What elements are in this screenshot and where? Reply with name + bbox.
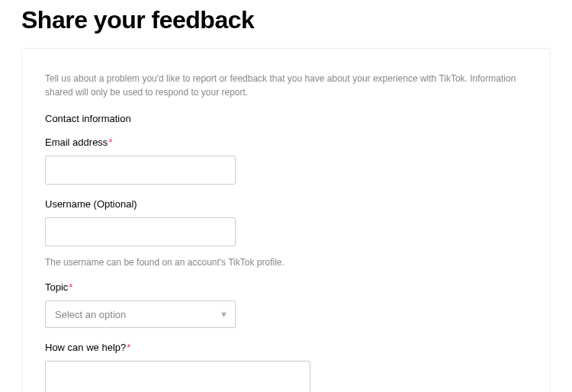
required-mark: * bbox=[108, 137, 112, 148]
feedback-form-card: Tell us about a problem you'd like to re… bbox=[21, 48, 551, 392]
topic-label-text: Topic bbox=[45, 281, 68, 293]
username-hint: The username can be found on an account'… bbox=[45, 257, 527, 268]
email-field-group: Email address* bbox=[45, 137, 527, 185]
help-label: How can we help?* bbox=[45, 342, 527, 353]
help-label-text: How can we help? bbox=[45, 342, 126, 353]
email-label: Email address* bbox=[45, 137, 527, 148]
help-textarea[interactable] bbox=[45, 361, 310, 392]
topic-label: Topic* bbox=[45, 281, 527, 293]
username-input[interactable] bbox=[45, 217, 236, 246]
topic-select-display: Select an option bbox=[45, 300, 236, 328]
email-input[interactable] bbox=[45, 156, 236, 185]
topic-select[interactable]: Select an option ▼ bbox=[45, 300, 236, 328]
username-field-group: Username (Optional) bbox=[45, 198, 527, 246]
intro-text: Tell us about a problem you'd like to re… bbox=[45, 72, 527, 99]
page-title: Share your feedback bbox=[21, 6, 572, 34]
required-mark: * bbox=[127, 342, 130, 353]
required-mark: * bbox=[69, 281, 72, 293]
topic-field-group: Topic* Select an option ▼ bbox=[45, 281, 527, 328]
email-label-text: Email address bbox=[45, 137, 108, 148]
help-field-group: How can we help?* bbox=[45, 342, 527, 392]
username-label: Username (Optional) bbox=[45, 198, 527, 210]
contact-info-header: Contact information bbox=[45, 113, 527, 124]
